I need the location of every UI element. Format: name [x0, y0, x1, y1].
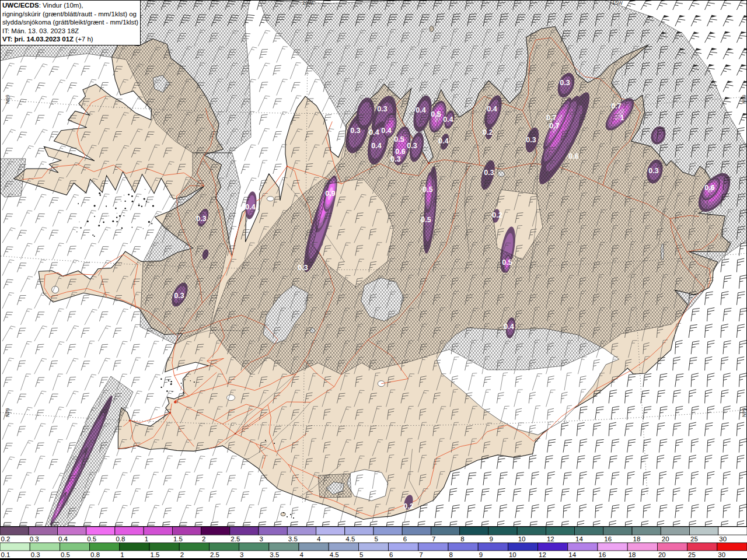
svg-text:0.6: 0.6 — [568, 152, 578, 160]
svg-text:6: 6 — [403, 536, 407, 542]
svg-text:0.2: 0.2 — [403, 502, 413, 510]
svg-text:25: 25 — [690, 536, 698, 542]
svg-text:66N: 66N — [5, 94, 11, 104]
svg-text:0.7: 0.7 — [546, 114, 556, 122]
svg-text:0.3: 0.3 — [350, 127, 360, 135]
svg-text:0.3: 0.3 — [560, 79, 570, 87]
svg-text:0.7: 0.7 — [549, 122, 559, 130]
svg-text:16: 16 — [599, 551, 606, 558]
svg-text:0.5: 0.5 — [502, 258, 512, 267]
svg-text:VT: þri. 14.03.2023 01Z (+7 h): VT: þri. 14.03.2023 01Z (+7 h) — [2, 36, 93, 43]
svg-text:0.7: 0.7 — [611, 102, 621, 110]
svg-text:18: 18 — [633, 536, 641, 542]
svg-text:12: 12 — [539, 551, 546, 558]
svg-text:1: 1 — [120, 551, 124, 558]
svg-text:0.3: 0.3 — [648, 167, 658, 175]
svg-text:0.6: 0.6 — [395, 148, 405, 156]
svg-text:8: 8 — [460, 536, 464, 542]
svg-text:0.3: 0.3 — [484, 169, 494, 177]
svg-text:4.5: 4.5 — [345, 536, 355, 542]
svg-text:9: 9 — [479, 551, 483, 558]
svg-text:2: 2 — [202, 536, 205, 542]
svg-text:4: 4 — [300, 551, 304, 558]
svg-text:0.4: 0.4 — [58, 536, 68, 542]
svg-text:16: 16 — [604, 536, 612, 542]
svg-text:0.5: 0.5 — [431, 110, 441, 118]
svg-text:7: 7 — [432, 536, 435, 542]
svg-text:0.3: 0.3 — [407, 142, 417, 150]
svg-text:0.4: 0.4 — [504, 323, 514, 331]
svg-text:10: 10 — [518, 536, 526, 542]
svg-text:30: 30 — [719, 536, 727, 542]
svg-text:0.8: 0.8 — [116, 536, 125, 542]
svg-text:0.3: 0.3 — [526, 136, 536, 144]
svg-text:20W: 20W — [302, 0, 312, 6]
svg-text:0.2: 0.2 — [483, 128, 493, 136]
svg-text:0.3: 0.3 — [174, 292, 184, 300]
svg-text:0.4: 0.4 — [416, 106, 425, 114]
svg-text:15W: 15W — [612, 0, 622, 6]
svg-text:UWC/ECDS: Vindur (10m),: UWC/ECDS: Vindur (10m), — [2, 2, 83, 9]
svg-text:25: 25 — [688, 551, 696, 558]
svg-text:4.5: 4.5 — [330, 551, 339, 558]
svg-text:2: 2 — [180, 551, 184, 558]
svg-text:0.2: 0.2 — [492, 211, 502, 219]
svg-text:0.3: 0.3 — [390, 155, 400, 163]
svg-text:2.5: 2.5 — [231, 536, 240, 542]
svg-text:0.5: 0.5 — [421, 216, 431, 224]
svg-text:1: 1 — [145, 536, 148, 542]
svg-text:0.3: 0.3 — [30, 536, 39, 542]
svg-text:0.5: 0.5 — [61, 551, 70, 558]
svg-text:0.5: 0.5 — [87, 536, 96, 542]
svg-text:1: 1 — [620, 114, 624, 122]
svg-text:6: 6 — [389, 551, 393, 558]
svg-text:3: 3 — [260, 536, 263, 542]
svg-text:IT: Mán. 13. 03. 2023 18Z: IT: Mán. 13. 03. 2023 18Z — [2, 27, 79, 34]
svg-text:0.3: 0.3 — [298, 264, 308, 272]
svg-text:2.5: 2.5 — [210, 551, 219, 558]
svg-text:30: 30 — [718, 551, 725, 558]
svg-text:0.5: 0.5 — [423, 186, 432, 194]
svg-text:7: 7 — [419, 551, 423, 558]
svg-text:64N: 64N — [5, 408, 11, 417]
svg-text:12: 12 — [547, 536, 554, 542]
svg-text:0.2: 0.2 — [1, 536, 11, 542]
svg-text:0.3: 0.3 — [31, 551, 40, 558]
svg-text:8: 8 — [449, 551, 453, 558]
svg-text:14: 14 — [575, 536, 583, 542]
svg-text:1.5: 1.5 — [173, 536, 183, 542]
svg-text:0.3: 0.3 — [196, 215, 206, 223]
svg-text:rigning/skúrir (grænt/blátt/ra: rigning/skúrir (grænt/blátt/rautt - mm/1… — [2, 10, 137, 18]
svg-text:0.6: 0.6 — [704, 184, 714, 192]
svg-text:20: 20 — [658, 551, 666, 558]
svg-text:5: 5 — [375, 536, 378, 542]
svg-text:18: 18 — [629, 551, 636, 558]
svg-text:0.4: 0.4 — [487, 105, 497, 113]
svg-text:3.5: 3.5 — [270, 551, 279, 558]
svg-text:0.4: 0.4 — [371, 142, 381, 150]
svg-text:0.1: 0.1 — [1, 551, 11, 558]
svg-text:0.4: 0.4 — [438, 137, 448, 145]
svg-text:3: 3 — [240, 551, 243, 558]
svg-text:0.4: 0.4 — [245, 203, 255, 211]
svg-text:0.3: 0.3 — [377, 105, 387, 113]
svg-text:10: 10 — [509, 551, 516, 558]
svg-text:0.9: 0.9 — [325, 190, 335, 198]
svg-text:0.4: 0.4 — [369, 128, 379, 136]
svg-text:slydda/snjókoma (grátt/bleikt/: slydda/snjókoma (grátt/bleikt/grænt - mm… — [2, 19, 138, 26]
svg-text:1.5: 1.5 — [151, 551, 160, 558]
svg-text:0.4: 0.4 — [443, 116, 453, 124]
svg-text:0.4: 0.4 — [381, 127, 391, 135]
svg-text:0.8: 0.8 — [90, 551, 100, 558]
svg-text:3.5: 3.5 — [288, 536, 298, 542]
svg-text:5: 5 — [359, 551, 363, 558]
svg-text:14: 14 — [568, 551, 576, 558]
svg-text:0.5: 0.5 — [394, 135, 404, 144]
svg-text:64N: 64N — [741, 408, 747, 417]
svg-text:20: 20 — [662, 536, 669, 542]
svg-text:9: 9 — [489, 536, 493, 542]
svg-text:4: 4 — [317, 536, 321, 542]
svg-text:66N: 66N — [741, 94, 747, 104]
